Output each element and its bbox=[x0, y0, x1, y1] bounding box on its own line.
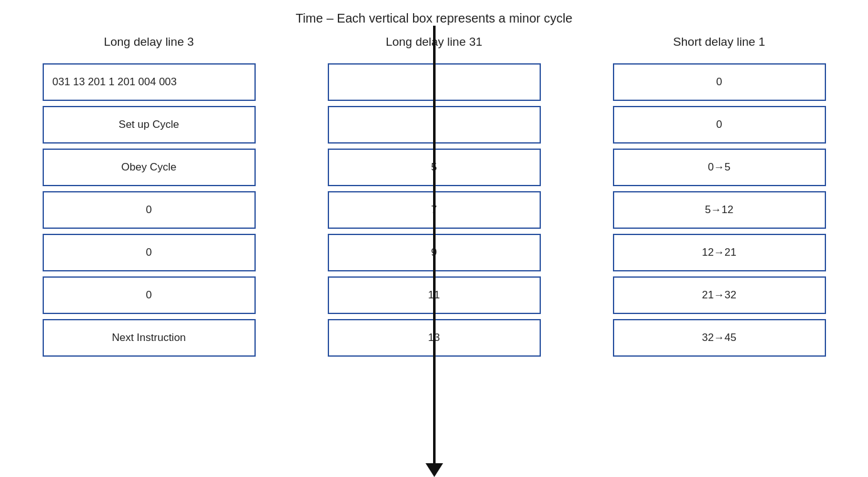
cell-l31-3: 7 bbox=[328, 191, 541, 229]
cell-l31-2: 5 bbox=[328, 149, 541, 186]
cell-s1-1: 0 bbox=[613, 106, 826, 144]
cell-l31-0 bbox=[328, 63, 541, 101]
cell-l3-6: Next Instruction bbox=[43, 319, 256, 357]
time-label: Time – Each vertical box represents a mi… bbox=[296, 11, 573, 26]
col-header-short-delay-1: Short delay line 1 bbox=[673, 32, 765, 52]
cell-s1-4: 12→21 bbox=[613, 234, 826, 271]
column-short-delay-1: Short delay line 1 0 0 0→5 5→12 12→21 21… bbox=[597, 32, 842, 362]
cell-s1-0: 0 bbox=[613, 63, 826, 101]
cell-l31-5: 11 bbox=[328, 276, 541, 314]
cell-s1-6: 32→45 bbox=[613, 319, 826, 357]
cell-l3-2: Obey Cycle bbox=[43, 149, 256, 186]
column-long-delay-3: Long delay line 3 031 13 201 1 201 004 0… bbox=[27, 32, 271, 362]
cell-l3-4: 0 bbox=[43, 234, 256, 271]
cell-l3-5: 0 bbox=[43, 276, 256, 314]
cell-s1-5: 21→32 bbox=[613, 276, 826, 314]
cell-l3-1: Set up Cycle bbox=[43, 106, 256, 144]
cell-l3-0: 031 13 201 1 201 004 003 bbox=[43, 63, 256, 101]
time-arrow-head bbox=[426, 463, 443, 477]
cell-s1-3: 5→12 bbox=[613, 191, 826, 229]
columns-wrapper: Long delay line 3 031 13 201 1 201 004 0… bbox=[27, 32, 842, 362]
cell-l31-4: 9 bbox=[328, 234, 541, 271]
column-long-delay-31: Long delay line 31 5 7 9 11 13 bbox=[312, 32, 557, 362]
col-header-long-delay-31: Long delay line 31 bbox=[385, 32, 482, 52]
cell-s1-2: 0→5 bbox=[613, 149, 826, 186]
cell-l31-6: 13 bbox=[328, 319, 541, 357]
cell-l3-3: 0 bbox=[43, 191, 256, 229]
cell-l31-1 bbox=[328, 106, 541, 144]
col-header-long-delay-3: Long delay line 3 bbox=[104, 32, 194, 52]
content-area: Long delay line 3 031 13 201 1 201 004 0… bbox=[0, 26, 868, 477]
page-container: Time – Each vertical box represents a mi… bbox=[0, 0, 868, 477]
